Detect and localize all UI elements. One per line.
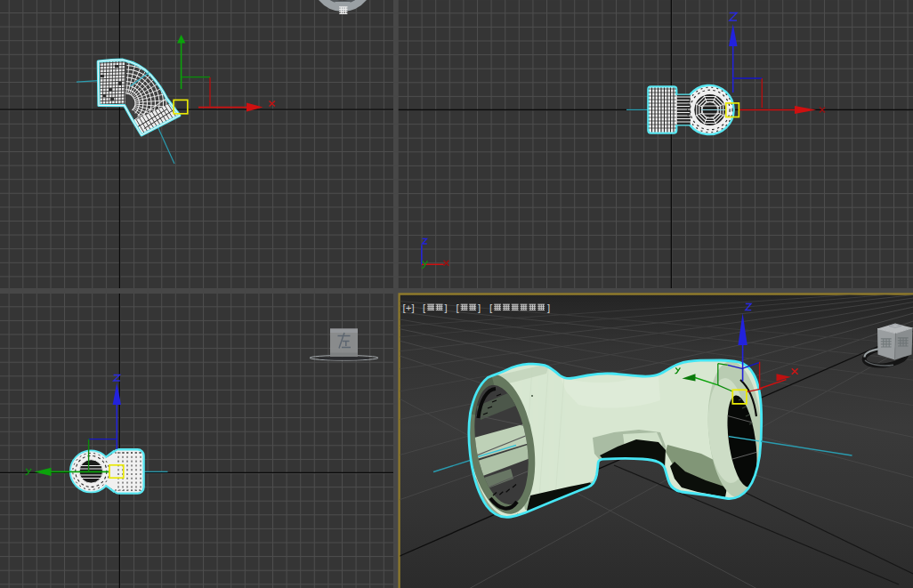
svg-text:]: ]: [445, 302, 448, 313]
svg-text:[+]: [+]: [403, 302, 415, 313]
svg-text:]: ]: [547, 302, 550, 313]
svg-text:]: ]: [478, 302, 481, 313]
